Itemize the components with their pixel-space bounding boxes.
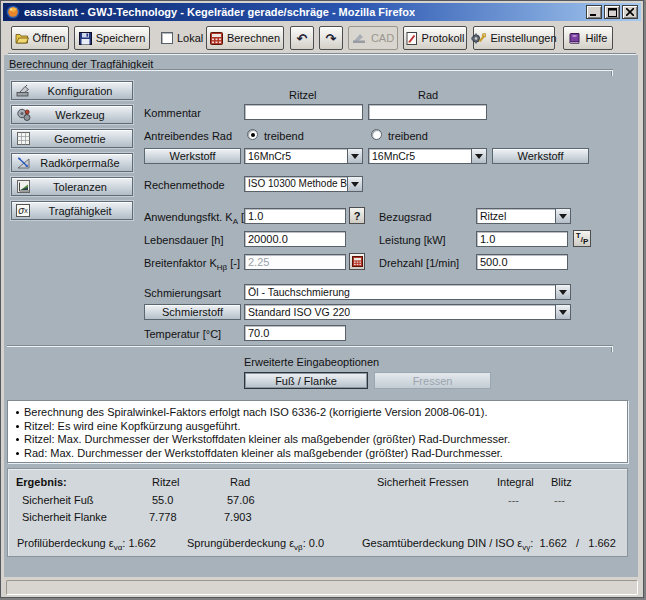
undo-icon: ↶ (297, 31, 308, 46)
header-divider-tick (611, 71, 613, 76)
bezugsrad-select[interactable]: Ritzel (476, 208, 571, 224)
message-row: Berechnung des Spiralwinkel-Faktors erfo… (16, 406, 619, 420)
sidebar-item-label: Radkörpermaße (31, 157, 129, 169)
sidebar-item-werkzeug[interactable]: Werkzeug (11, 105, 133, 124)
protocol-button-label: Protokoll (422, 32, 465, 44)
message-text: Rad: Max. Durchmesser der Werkstoffdaten… (24, 447, 503, 461)
kommentar-label: Kommentar (144, 107, 201, 119)
kommentar-ritzel-input[interactable] (244, 104, 363, 120)
sprunguberdeckung-value: Sprungüberdeckung εvβ: 0.0 (187, 537, 324, 552)
results-col-blitz: Blitz (551, 476, 572, 488)
breitenfaktor-calculator-button[interactable] (349, 253, 365, 270)
profiluberdeckung-value: Profilüberdeckung εvα: 1.662 (17, 537, 156, 552)
cad-button-label: CAD (371, 32, 394, 44)
werkstoff-ritzel-select[interactable]: 16MnCr5 (244, 148, 363, 164)
anwendungsfaktor-input[interactable] (244, 208, 346, 224)
fressen-integral-value: --- (508, 494, 519, 506)
form-divider-tick (611, 347, 613, 352)
treibend-rad-radio[interactable] (371, 129, 382, 140)
tolerance-chart-icon (15, 179, 31, 194)
breitenfaktor-label: Breitenfaktor KHβ [-] (144, 257, 240, 272)
chevron-down-icon (351, 182, 359, 187)
open-button-label: Öffnen (33, 32, 66, 44)
dropdown-button[interactable] (347, 177, 362, 191)
dropdown-button[interactable] (471, 149, 486, 163)
ka-help-button[interactable]: ? (349, 207, 365, 224)
sidebar-item-radkoerpermasse[interactable]: Radkörpermaße (11, 153, 133, 172)
sidebar-item-tragfaehigkeit[interactable]: σx Tragfähigkeit (11, 201, 133, 220)
redo-button[interactable]: ↷ (319, 26, 343, 50)
schmierstoff-button[interactable]: Schmierstoff (144, 304, 241, 320)
gears-icon (15, 107, 31, 122)
werkstoff-rad-value: 16MnCr5 (369, 149, 471, 163)
open-button[interactable]: Öffnen (11, 26, 69, 50)
treibend-ritzel-radio[interactable] (247, 129, 258, 140)
maximize-button[interactable] (604, 5, 620, 19)
leistung-input[interactable] (476, 231, 568, 247)
bezugsrad-label: Bezugsrad (379, 211, 432, 223)
message-row: Ritzel: Max. Durchmesser der Werkstoffda… (16, 433, 619, 447)
sidebar-item-konfiguration[interactable]: Konfiguration (11, 81, 133, 100)
help-button[interactable]: Hilfe (563, 26, 613, 50)
chevron-down-icon (559, 214, 567, 219)
torque-power-toggle-button[interactable]: T/P (573, 230, 591, 247)
kommentar-rad-input[interactable] (368, 104, 487, 120)
header-divider (7, 69, 613, 71)
dimension-ruler-icon (15, 155, 31, 170)
column-header-rad: Rad (418, 89, 438, 101)
toolbar: Öffnen Speichern Lokal Berechnen ↶ ↷ CAD… (3, 22, 641, 54)
status-bar-field (6, 580, 638, 595)
rechenmethode-select[interactable]: ISO 10300 Methode B1 (244, 176, 363, 192)
results-col-fressen: Sicherheit Fressen (377, 476, 469, 488)
sidebar-item-label: Toleranzen (31, 181, 129, 193)
undo-button[interactable]: ↶ (290, 26, 314, 50)
calculate-button[interactable]: Berechnen (206, 26, 284, 50)
sidebar-item-toleranzen[interactable]: Toleranzen (11, 177, 133, 196)
werkstoff-rad-button[interactable]: Werkstoff (492, 148, 589, 164)
chevron-down-icon (475, 154, 483, 159)
save-button[interactable]: Speichern (74, 26, 150, 50)
temperatur-label: Temperatur [°C] (144, 328, 221, 340)
treibend-ritzel-label: treibend (264, 130, 304, 142)
window-controls (586, 5, 638, 19)
sicherheit-fuss-ritzel-value: 55.0 (152, 494, 173, 506)
message-text: Ritzel: Es wird eine Kopfkürzung ausgefü… (24, 420, 240, 434)
close-button[interactable] (622, 5, 638, 19)
dropdown-button[interactable] (347, 149, 362, 163)
werkstoff-ritzel-value: 16MnCr5 (245, 149, 347, 163)
fressen-blitz-value: --- (554, 494, 565, 506)
fuss-flanke-button-label: Fuß / Flanke (275, 375, 337, 387)
dropdown-button[interactable] (555, 305, 570, 319)
protocol-button[interactable]: Protokoll (403, 26, 467, 50)
schmierungsart-select[interactable]: Öl - Tauchschmierung (244, 284, 571, 300)
dropdown-button[interactable] (555, 285, 570, 299)
temperatur-input[interactable] (244, 325, 346, 341)
title-bar[interactable]: eassistant - GWJ-Technology - Kegelräder… (3, 3, 641, 21)
sidebar-item-geometrie[interactable]: Geometrie (11, 129, 133, 148)
antreibendes-rad-label: Antreibendes Rad (144, 130, 232, 142)
schmierstoff-select[interactable]: Standard ISO VG 220 (244, 304, 571, 320)
message-row: Ritzel: Es wird eine Kopfkürzung ausgefü… (16, 420, 619, 434)
fuss-flanke-button[interactable]: Fuß / Flanke (244, 372, 368, 389)
breitenfaktor-input (244, 254, 346, 270)
minimize-button[interactable] (586, 5, 602, 19)
werkstoff-rad-select[interactable]: 16MnCr5 (368, 148, 487, 164)
werkstoff-ritzel-button[interactable]: Werkstoff (144, 148, 241, 164)
schmierungsart-value: Öl - Tauchschmierung (245, 285, 555, 299)
small-calculator-icon (352, 256, 363, 267)
bullet-icon (16, 411, 19, 414)
status-bar (3, 577, 641, 597)
form-divider (7, 345, 613, 347)
settings-button[interactable]: Einstellungen (473, 26, 555, 50)
rechenmethode-label: Rechenmethode (144, 179, 225, 191)
open-folder-icon (15, 32, 29, 44)
treibend-rad-label: treibend (388, 130, 428, 142)
sidebar-item-label: Werkzeug (31, 109, 129, 121)
lebensdauer-input[interactable] (244, 231, 346, 247)
calculate-button-label: Berechnen (227, 32, 280, 44)
results-col-ritzel: Ritzel (152, 476, 180, 488)
dropdown-button[interactable] (555, 209, 570, 223)
results-title: Ergebnis: (16, 476, 67, 488)
local-checkbox[interactable] (161, 32, 173, 44)
drehzahl-input[interactable] (476, 254, 568, 270)
